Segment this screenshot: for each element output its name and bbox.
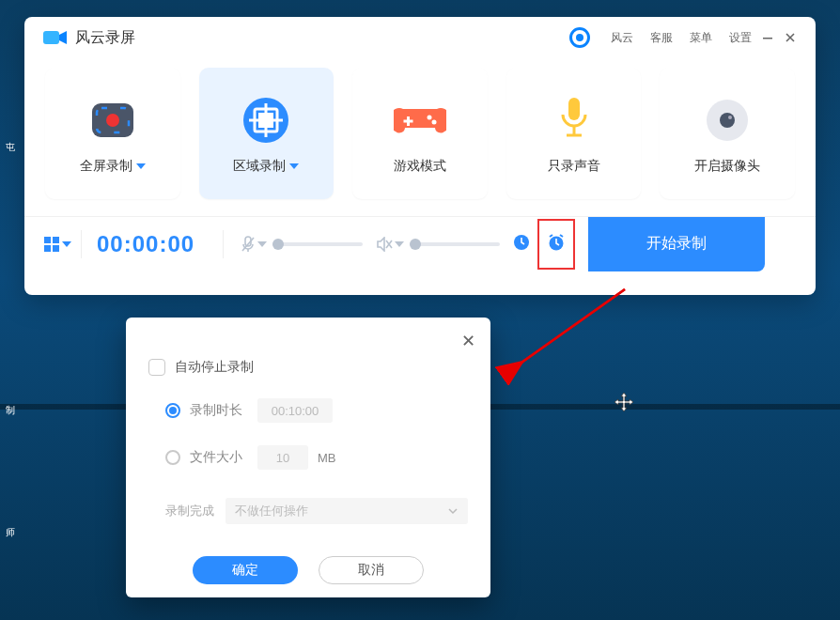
auto-stop-modal: ✕ 自动停止录制 录制时长 00:10:00 文件大小 10 MB 录制完成 不… (126, 318, 490, 597)
layout-button[interactable] (41, 233, 73, 256)
duration-input[interactable]: 00:10:00 (257, 398, 333, 423)
start-label: 开始录制 (646, 234, 707, 254)
after-value: 不做任何操作 (235, 503, 308, 519)
camera-icon (43, 29, 68, 46)
speaker-slider[interactable] (410, 242, 500, 246)
app-logo: 风云录屏 (43, 28, 135, 48)
svg-point-16 (720, 113, 735, 128)
svg-rect-7 (258, 113, 273, 128)
chevron-down-icon (289, 163, 299, 169)
mode-region[interactable]: 区域录制 (199, 68, 334, 199)
fullscreen-icon (86, 92, 139, 148)
close-button[interactable] (784, 31, 797, 44)
after-label: 录制完成 (165, 503, 214, 519)
svg-rect-18 (44, 237, 51, 243)
ok-button[interactable]: 确定 (193, 556, 298, 584)
start-record-button[interactable]: 开始录制 (588, 217, 765, 271)
svg-rect-19 (53, 237, 59, 243)
timer-display: 00:00:00 (97, 231, 219, 257)
speaker-control[interactable] (376, 237, 500, 252)
mode-label: 全屏录制 (80, 158, 132, 175)
mode-label: 只录声音 (548, 158, 600, 175)
speaker-muted-icon (376, 237, 404, 252)
duration-radio[interactable] (165, 403, 180, 418)
mode-fullscreen[interactable]: 全屏录制 (45, 68, 180, 199)
modal-close-button[interactable]: ✕ (461, 331, 475, 351)
nav-settings[interactable]: 设置 (729, 30, 752, 46)
filesize-input[interactable]: 10 (257, 445, 308, 470)
microphone-icon (555, 92, 593, 148)
annotation-arrow (489, 282, 639, 385)
mode-camera[interactable]: 开启摄像头 (660, 68, 795, 199)
auto-stop-label: 自动停止录制 (175, 359, 254, 376)
desktop-label: 师 (6, 526, 15, 539)
chevron-down-icon (62, 241, 71, 247)
auto-stop-checkbox[interactable] (148, 359, 165, 376)
filesize-radio[interactable] (165, 450, 180, 465)
mode-label: 游戏模式 (394, 158, 446, 175)
svg-rect-20 (44, 245, 51, 252)
mode-label: 区域录制 (233, 158, 286, 175)
mic-control[interactable] (241, 236, 363, 253)
desktop-edge: 屯 制 师 (0, 0, 17, 620)
alarm-highlight (537, 219, 575, 270)
svg-point-4 (106, 114, 119, 127)
svg-point-10 (427, 116, 431, 120)
nav-menu[interactable]: 菜单 (690, 30, 712, 46)
mode-game[interactable]: 游戏模式 (352, 68, 488, 199)
chevron-down-icon (447, 505, 459, 517)
mic-muted-icon (241, 236, 267, 253)
after-select[interactable]: 不做任何操作 (226, 498, 468, 524)
control-bar: 00:00:00 开始录制 (24, 216, 816, 271)
duration-label: 录制时长 (190, 402, 248, 419)
svg-line-29 (506, 289, 625, 374)
app-title: 风云录屏 (75, 28, 135, 48)
mode-label: 开启摄像头 (694, 158, 760, 175)
svg-point-17 (728, 116, 732, 119)
minimize-button[interactable] (761, 31, 774, 44)
alarm-icon[interactable] (547, 233, 566, 256)
nav-support[interactable]: 客服 (650, 30, 673, 46)
desktop-label: 制 (6, 404, 15, 417)
chevron-down-icon (136, 163, 146, 169)
svg-rect-0 (43, 31, 59, 44)
svg-line-30 (506, 289, 625, 374)
filesize-label: 文件大小 (190, 449, 248, 466)
fengyun-icon[interactable] (569, 27, 590, 48)
clock-icon[interactable] (513, 234, 530, 255)
modes-row: 全屏录制 区域录制 游戏模式 只录声音 开启摄像头 (24, 58, 816, 216)
svg-rect-1 (763, 38, 772, 39)
svg-rect-21 (53, 245, 59, 252)
move-cursor-icon (613, 391, 635, 413)
webcam-icon (703, 92, 752, 148)
svg-rect-12 (568, 98, 580, 120)
region-icon (240, 92, 292, 148)
titlebar: 风云录屏 风云 客服 菜单 设置 (24, 17, 816, 58)
svg-rect-9 (403, 120, 412, 123)
app-window: 风云录屏 风云 客服 菜单 设置 全屏录制 区域录制 游 (24, 17, 816, 295)
nav-fengyun[interactable]: 风云 (611, 30, 633, 46)
svg-point-11 (431, 120, 436, 125)
gamepad-icon (394, 92, 446, 148)
mode-audio[interactable]: 只录声音 (506, 68, 642, 199)
filesize-unit: MB (318, 451, 336, 465)
cancel-button[interactable]: 取消 (319, 556, 424, 584)
mic-slider[interactable] (272, 242, 363, 246)
desktop-label: 屯 (6, 141, 15, 154)
